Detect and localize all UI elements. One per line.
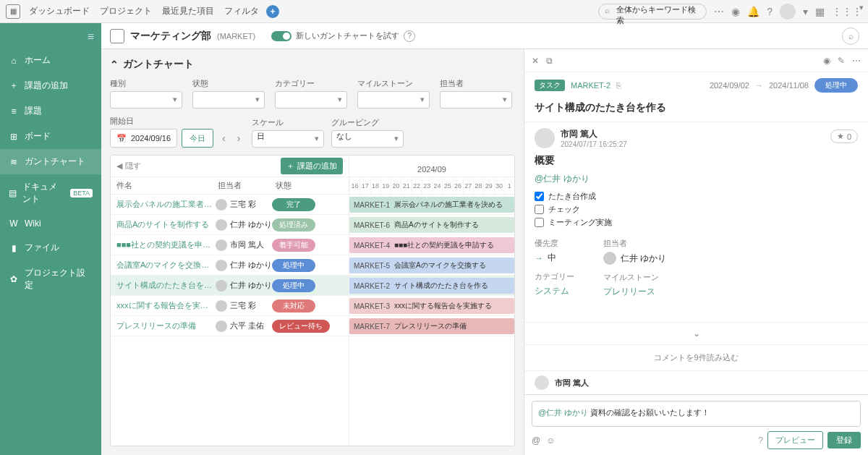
burger-icon[interactable]: ≡: [0, 26, 101, 48]
sidebar-item-6[interactable]: WWiki: [0, 212, 101, 235]
submit-button[interactable]: 登録: [827, 432, 861, 448]
task-row[interactable]: 会議室Aのマイクを交換する 仁井 ゆかり 処理中: [111, 255, 349, 276]
task-row[interactable]: 展示会パネルの施工業者を決める 三宅 彩 完了: [111, 195, 349, 215]
filter-select-0[interactable]: [110, 91, 182, 109]
help-icon[interactable]: ?: [758, 435, 763, 446]
new-gantt-toggle[interactable]: 新しいガントチャートを試す ?: [271, 30, 415, 42]
checklist-item[interactable]: ミーティング実施: [535, 217, 858, 228]
close-icon[interactable]: ✕: [532, 56, 539, 66]
task-status[interactable]: 完了: [272, 198, 315, 211]
category-value[interactable]: システム: [535, 285, 574, 297]
task-row[interactable]: ■■■社との契約更議を申請する 市岡 篤人 着手可能: [111, 235, 349, 255]
task-name[interactable]: ■■■社との契約更議を申請する: [116, 239, 216, 250]
popout-icon[interactable]: ⧉: [546, 56, 553, 66]
copy-icon[interactable]: ⎘: [616, 81, 621, 90]
filter-select-3[interactable]: [357, 91, 430, 109]
priority-value[interactable]: → 中: [535, 252, 574, 264]
mention[interactable]: @仁井 ゆかり: [535, 173, 858, 185]
task-name[interactable]: 展示会パネルの施工業者を決める: [116, 199, 216, 210]
gantt-bar[interactable]: MARKET-3xxxに関する報告会を実施する: [349, 298, 514, 314]
sidebar-item-7[interactable]: ▮ファイル: [0, 235, 101, 260]
edit-icon[interactable]: ✎: [838, 56, 845, 66]
gantt-bar[interactable]: MARKET-6商品Aのサイトを制作する: [349, 217, 514, 233]
more-icon[interactable]: ⋯: [714, 6, 724, 17]
checkbox[interactable]: [535, 205, 544, 214]
task-name[interactable]: プレスリリースの準備: [116, 320, 216, 331]
task-name[interactable]: 会議室Aのマイクを交換する: [116, 260, 216, 271]
task-row[interactable]: サイト構成のたたき台を作る 仁井 ゆかり 処理中: [111, 276, 349, 296]
task-name[interactable]: xxxに関する報告会を実施する: [116, 300, 216, 311]
collapse-icon[interactable]: ⌃: [110, 59, 119, 70]
expand-icon[interactable]: ⌄: [524, 322, 868, 344]
filter-select-1[interactable]: [192, 91, 265, 109]
gantt-bar[interactable]: MARKET-4■■■社との契約更議を申請する: [349, 237, 514, 253]
sidebar-item-2[interactable]: ≡課題: [0, 98, 101, 124]
task-name[interactable]: 商品Aのサイトを制作する: [116, 219, 216, 230]
app-logo[interactable]: ▦: [6, 4, 20, 19]
org-icon[interactable]: ▦: [815, 6, 825, 17]
nav-recent[interactable]: 最近見た項目: [162, 5, 214, 17]
issue-key[interactable]: MARKET-2: [571, 81, 610, 90]
gantt-bar[interactable]: MARKET-1展示会パネルの施工業者を決める: [349, 197, 514, 213]
prev-icon[interactable]: ‹: [218, 129, 230, 147]
nav-dashboard[interactable]: ダッシュボード: [29, 5, 90, 17]
task-status[interactable]: 着手可能: [272, 239, 315, 252]
caret-icon[interactable]: ▾: [803, 6, 808, 17]
sidebar-item-1[interactable]: ＋課題の追加: [0, 73, 101, 98]
add-button[interactable]: +: [266, 5, 279, 18]
assignee-value[interactable]: 仁井 ゆかり: [603, 252, 666, 265]
task-row[interactable]: プレスリリースの準備 六平 圭佑 レビュー待ち: [111, 316, 349, 336]
bell-icon[interactable]: 🔔: [747, 6, 760, 17]
load-comments[interactable]: コメントを9件読み込む: [524, 344, 868, 370]
checkbox[interactable]: [535, 192, 544, 201]
filter-select-4[interactable]: [440, 91, 512, 109]
task-status[interactable]: 未対応: [272, 299, 315, 312]
status-pill[interactable]: 処理中: [814, 78, 858, 93]
comment-textarea[interactable]: @仁井 ゆかり 資料の確認をお願いいたします！: [532, 401, 861, 427]
sidebar-item-0[interactable]: ⌂ホーム: [0, 48, 101, 73]
task-status[interactable]: レビュー待ち: [272, 320, 330, 333]
global-search[interactable]: 全体からキーワード検索: [598, 4, 707, 20]
help-icon[interactable]: ?: [767, 6, 773, 17]
gantt-bar[interactable]: MARKET-5会議室Aのマイクを交換する: [349, 258, 514, 273]
sidebar: ≡ ⌂ホーム＋課題の追加≡課題⊞ボード≋ガントチャート▤ドキュメントBETAWW…: [0, 23, 101, 455]
preview-button[interactable]: プレビュー: [767, 431, 823, 449]
more-icon[interactable]: ⋯: [852, 56, 861, 66]
apps-icon[interactable]: ⋮⋮⋮: [832, 6, 862, 17]
mention-icon[interactable]: @: [532, 435, 540, 446]
nav-projects[interactable]: プロジェクト: [100, 5, 152, 17]
sidebar-item-5[interactable]: ▤ドキュメントBETA: [0, 174, 101, 212]
task-name[interactable]: サイト構成のたたき台を作る: [116, 280, 216, 291]
checklist-item[interactable]: たたき台作成: [535, 191, 858, 202]
star-count[interactable]: ★ 0: [830, 129, 858, 143]
hide-button[interactable]: ◀ 隠す: [116, 161, 141, 171]
gantt-bar[interactable]: MARKET-2サイト構成のたたき台を作る: [349, 278, 514, 294]
next-icon[interactable]: ›: [233, 129, 245, 147]
task-row[interactable]: xxxに関する報告会を実施する 三宅 彩 未対応: [111, 296, 349, 316]
sidebar-item-3[interactable]: ⊞ボード: [0, 124, 101, 149]
help-icon[interactable]: ?: [404, 30, 415, 42]
search-icon[interactable]: ⌕: [842, 27, 859, 45]
today-button[interactable]: 今日: [182, 129, 213, 148]
group-select[interactable]: なし: [331, 130, 404, 148]
task-status[interactable]: 処理中: [272, 279, 315, 292]
start-date-input[interactable]: 📅 2024/09/16: [110, 129, 177, 148]
scale-select[interactable]: 日: [252, 130, 324, 148]
task-status[interactable]: 処理中: [272, 259, 315, 272]
nav-filter[interactable]: フィルタ: [224, 5, 259, 17]
gantt-bar[interactable]: MARKET-7プレスリリースの準備: [349, 318, 514, 334]
watch-icon[interactable]: ◉: [823, 56, 830, 66]
task-status[interactable]: 処理済み: [272, 218, 315, 231]
sidebar-item-4[interactable]: ≋ガントチャート: [0, 149, 101, 174]
checklist-item[interactable]: チェック: [535, 204, 858, 215]
user-avatar[interactable]: [780, 4, 796, 20]
eye-icon[interactable]: ◉: [731, 6, 740, 17]
filter-select-2[interactable]: [275, 91, 347, 109]
add-issue-button[interactable]: ＋ 課題の追加: [281, 158, 343, 174]
toggle-switch[interactable]: [271, 31, 292, 41]
checkbox[interactable]: [535, 218, 544, 227]
emoji-icon[interactable]: ☺: [546, 435, 555, 446]
milestone-value[interactable]: プレリリース: [603, 286, 666, 298]
sidebar-item-8[interactable]: ✿プロジェクト設定: [0, 260, 101, 298]
task-row[interactable]: 商品Aのサイトを制作する 仁井 ゆかり 処理済み: [111, 215, 349, 235]
